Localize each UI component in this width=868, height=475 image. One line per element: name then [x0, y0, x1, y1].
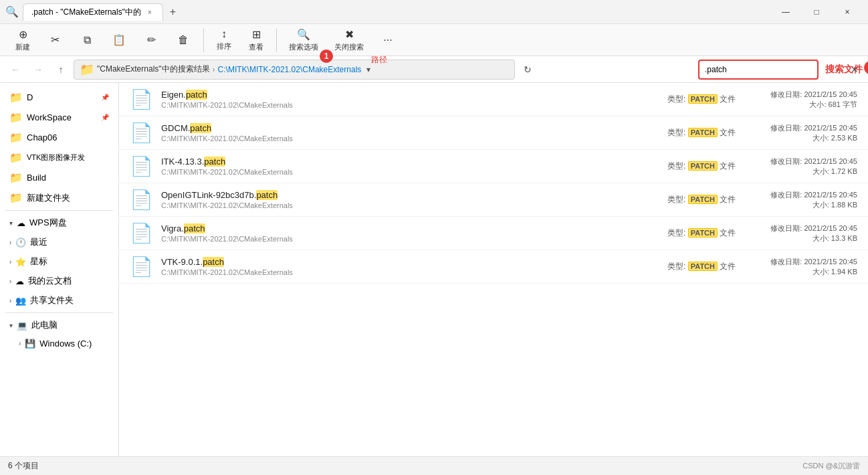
folder-icon: 📁 [9, 111, 23, 124]
sidebar: 📁 D 📌 📁 WorkSpace 📌 📁 Chap06 📁 VTK图形图像开发… [0, 83, 119, 456]
file-info: ITK-4.13.3.patch C:\MITK\MITK-2021.02\CM… [161, 157, 659, 176]
file-info: Eigen.patch C:\MITK\MITK-2021.02\CMakeEx… [161, 90, 659, 109]
search-options-button[interactable]: 🔍 搜索选项 [282, 25, 325, 55]
file-meta: 修改日期: 2021/2/15 20:45 大小: 1.94 KB [770, 257, 857, 277]
file-list: 📄 Eigen.patch C:\MITK\MITK-2021.02\CMake… [119, 83, 868, 456]
folder-icon: 📁 [80, 62, 94, 77]
statusbar: 6 个项目 CSDN @&沉游雷 [0, 456, 868, 475]
file-icon: 📄 [130, 222, 153, 244]
sidebar-item-label: VTK图形图像开发 [27, 153, 85, 163]
folder-icon: 📁 [9, 151, 23, 164]
sidebar-item-cloud-docs[interactable]: › ☁ 我的云文档 [3, 272, 116, 290]
sidebar-item-recent[interactable]: › 🕐 最近 [3, 233, 116, 252]
close-button[interactable]: × [832, 1, 863, 23]
rename-button[interactable]: ✏ [136, 31, 166, 49]
sidebar-item-starred[interactable]: › ⭐ 星标 [3, 252, 116, 271]
more-button[interactable]: ··· [373, 31, 403, 49]
file-info: Vigra.patch C:\MITK\MITK-2021.02\CMakeEx… [161, 223, 659, 243]
sidebar-item-build[interactable]: 📁 Build [3, 168, 116, 187]
sidebar-divider [5, 210, 113, 211]
search-box-wrapper: ✕ 搜索文件 2 [698, 60, 863, 80]
sidebar-item-label: Windows (C:) [39, 339, 92, 349]
file-icon: 📄 [130, 155, 153, 177]
folder-icon: 📁 [9, 91, 23, 104]
folder-icon: 📁 [9, 191, 23, 204]
sidebar-item-shared[interactable]: › 👥 共享文件夹 [3, 291, 116, 310]
file-name-prefix: OpenIGTLink-92bc3d7b. [161, 190, 256, 200]
shared-icon: 👥 [15, 296, 26, 306]
titlebar-icon: 🔍 [5, 5, 19, 18]
sidebar-item-label: 星标 [30, 256, 47, 268]
sidebar-item-workspace[interactable]: 📁 WorkSpace 📌 [3, 108, 116, 127]
file-date: 修改日期: 2021/2/15 20:45 [770, 157, 857, 167]
search-input[interactable] [698, 60, 819, 80]
more-icon: ··· [383, 34, 392, 46]
file-info: VTK-9.0.1.patch C:\MITK\MITK-2021.02\CMa… [161, 257, 659, 276]
breadcrumb-path[interactable]: C:\MITK\MITK-2021.02\CMakeExternals [218, 65, 362, 74]
paste-button[interactable]: 📋 [104, 31, 134, 49]
wps-icon: ☁ [17, 218, 25, 228]
breadcrumb-bar[interactable]: 📁 "CMakeExternals"中的搜索结果 › C:\MITK\MITK-… [74, 60, 515, 80]
view-button[interactable]: ⊞ 查看 [241, 25, 271, 55]
file-size: 大小: 13.3 KB [770, 233, 857, 244]
tab-title: .patch - "CMakeExternals"中的 [31, 7, 141, 18]
active-tab[interactable]: .patch - "CMakeExternals"中的 × [23, 3, 163, 21]
expand-icon: › [9, 297, 11, 304]
folder-icon: 📁 [9, 131, 23, 144]
sidebar-item-chap06[interactable]: 📁 Chap06 [3, 128, 116, 147]
file-name-highlight: patch [184, 223, 205, 233]
pin-icon: 📌 [101, 94, 109, 101]
minimize-button[interactable]: — [770, 1, 801, 23]
patch-badge: PATCH [688, 94, 718, 104]
sidebar-item-windows-c[interactable]: › 💾 Windows (C:) [3, 335, 116, 352]
sidebar-item-vtk[interactable]: 📁 VTK图形图像开发 [3, 148, 116, 167]
copy-button[interactable]: ⧉ [72, 31, 102, 49]
sort-button[interactable]: ↕ 排序 [209, 25, 239, 54]
patch-badge: PATCH [688, 128, 718, 137]
address-bar: ← → ↑ 📁 "CMakeExternals"中的搜索结果 › C:\MITK… [0, 56, 868, 83]
toolbar-separator [203, 28, 204, 52]
tab-close-button[interactable]: × [145, 7, 154, 17]
close-search-button[interactable]: ✖ 关闭搜索 [328, 25, 370, 55]
file-meta: 修改日期: 2021/2/15 20:45 大小: 681 字节 [770, 90, 857, 110]
file-icon: 📄 [130, 256, 153, 278]
file-item[interactable]: 📄 Vigra.patch C:\MITK\MITK-2021.02\CMake… [119, 217, 868, 250]
new-button[interactable]: ⊕ 新建 [8, 25, 37, 55]
patch-badge: PATCH [688, 228, 718, 238]
forward-button[interactable]: → [28, 60, 48, 80]
new-tab-button[interactable]: + [163, 3, 183, 21]
file-meta: 修改日期: 2021/2/15 20:45 大小: 1.72 KB [770, 157, 857, 177]
item-count: 6 个项目 [8, 460, 39, 472]
delete-button[interactable]: 🗑 [169, 31, 198, 49]
file-path: C:\MITK\MITK-2021.02\CMakeExternals [161, 201, 659, 209]
file-name-prefix: VTK-9.0.1. [161, 257, 203, 267]
file-name: VTK-9.0.1.patch [161, 257, 659, 267]
file-name-highlight: patch [256, 190, 278, 200]
file-size: 大小: 1.72 KB [770, 167, 857, 177]
maximize-button[interactable]: □ [801, 1, 832, 23]
up-button[interactable]: ↑ [51, 60, 71, 80]
new-icon: ⊕ [19, 28, 27, 41]
expand-icon: ▾ [9, 219, 13, 227]
search-clear-button[interactable]: ✕ [851, 64, 859, 75]
expand-icon[interactable]: ▾ [366, 65, 370, 74]
file-item[interactable]: 📄 GDCM.patch C:\MITK\MITK-2021.02\CMakeE… [119, 116, 868, 150]
sidebar-item-d[interactable]: 📁 D 📌 [3, 88, 116, 107]
cut-button[interactable]: ✂ [40, 31, 70, 49]
refresh-button[interactable]: ↻ [518, 60, 538, 80]
close-search-icon: ✖ [345, 28, 354, 41]
file-info: OpenIGTLink-92bc3d7b.patch C:\MITK\MITK-… [161, 190, 659, 209]
sidebar-item-label: 新建文件夹 [27, 192, 70, 204]
cut-icon: ✂ [51, 33, 60, 46]
file-item[interactable]: 📄 OpenIGTLink-92bc3d7b.patch C:\MITK\MIT… [119, 183, 868, 217]
sidebar-item-computer[interactable]: ▾ 💻 此电脑 [3, 316, 116, 335]
file-item[interactable]: 📄 Eigen.patch C:\MITK\MITK-2021.02\CMake… [119, 83, 868, 116]
file-path: C:\MITK\MITK-2021.02\CMakeExternals [161, 235, 659, 243]
file-item[interactable]: 📄 ITK-4.13.3.patch C:\MITK\MITK-2021.02\… [119, 150, 868, 183]
sidebar-item-label: WPS网盘 [29, 217, 67, 229]
sidebar-item-wps[interactable]: ▾ ☁ WPS网盘 [3, 213, 116, 232]
sidebar-item-newfolder[interactable]: 📁 新建文件夹 [3, 188, 116, 207]
file-item[interactable]: 📄 VTK-9.0.1.patch C:\MITK\MITK-2021.02\C… [119, 250, 868, 284]
back-button[interactable]: ← [5, 60, 25, 80]
toolbar-separator-2 [276, 28, 277, 52]
